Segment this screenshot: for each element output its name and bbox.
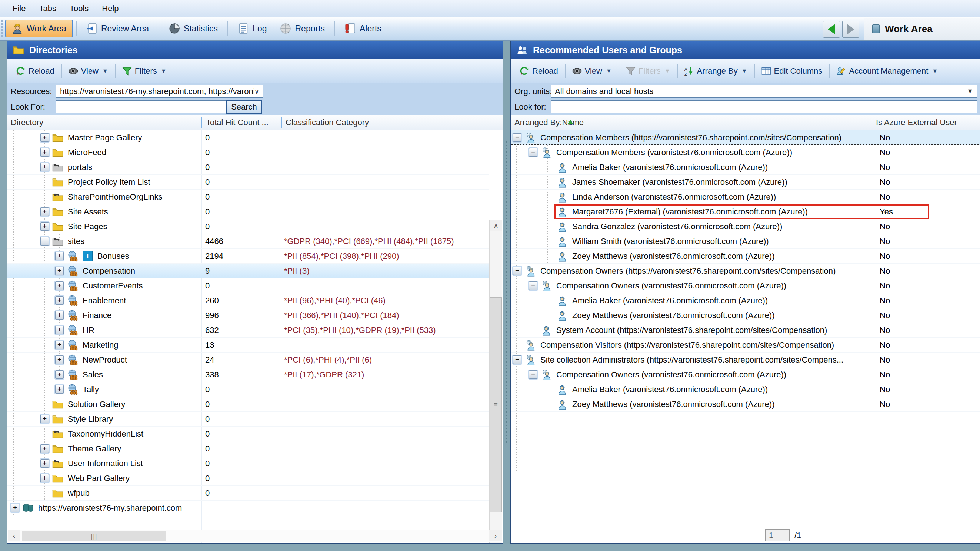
tree-row[interactable]: +Tally0 <box>7 382 489 397</box>
reload-button[interactable]: Reload <box>515 63 563 79</box>
expand-icon[interactable]: + <box>40 207 49 216</box>
user-group-row[interactable]: Margaret7676 (External) (varonistest76.o… <box>511 205 980 219</box>
expand-icon[interactable]: + <box>40 133 49 142</box>
expand-icon[interactable]: + <box>55 370 64 379</box>
panel-splitter[interactable] <box>503 41 511 544</box>
org-units-combobox[interactable]: All domains and local hosts ▼ <box>551 85 977 98</box>
tree-row[interactable]: +Web Part Gallery0 <box>7 471 489 486</box>
tab-work-area[interactable]: Work Area <box>5 20 73 37</box>
expand-icon[interactable]: + <box>40 474 49 483</box>
expand-icon[interactable]: + <box>40 148 49 157</box>
scroll-up-button[interactable]: ∧ <box>490 219 502 232</box>
look-for-input[interactable] <box>551 100 977 113</box>
expand-icon[interactable]: + <box>55 252 64 260</box>
tab-review-area[interactable]: Review Area <box>80 20 156 37</box>
horizontal-scroll-thumb[interactable]: ||| <box>22 530 166 541</box>
tree-row[interactable]: +Site Assets0 <box>7 205 489 219</box>
user-group-row[interactable]: Sandra Gonzalez (varonistest76.onmicroso… <box>511 219 980 234</box>
vertical-scroll-thumb[interactable]: ≡ <box>490 297 502 512</box>
tree-row[interactable]: +CustomerEvents0 <box>7 278 489 293</box>
expand-icon[interactable]: + <box>55 296 64 305</box>
scroll-right-button[interactable]: › <box>489 530 502 541</box>
menu-file[interactable]: File <box>7 2 32 16</box>
expand-icon[interactable]: + <box>40 459 49 468</box>
column-is-azure-external-user[interactable]: Is Azure External User <box>872 115 980 130</box>
tree-row[interactable]: +Style Library0 <box>7 412 489 427</box>
look-for-input[interactable] <box>56 100 226 113</box>
expand-icon[interactable]: + <box>55 311 64 319</box>
tree-row[interactable]: Project Policy Item List0 <box>7 175 489 190</box>
user-group-row[interactable]: Zoey Matthews (varonistest76.onmicrosoft… <box>511 308 980 323</box>
column-total-hit-count[interactable]: Total Hit Count ... <box>202 115 281 130</box>
account-management-button[interactable]: Account Management▼ <box>832 63 942 79</box>
tree-row[interactable]: +Theme Gallery0 <box>7 441 489 456</box>
user-group-row[interactable]: Linda Anderson (varonistest76.onmicrosof… <box>511 190 980 205</box>
expand-icon[interactable]: + <box>55 341 64 349</box>
collapse-icon[interactable]: − <box>513 267 522 275</box>
search-button[interactable]: Search <box>226 100 262 114</box>
expand-icon[interactable]: + <box>40 222 49 231</box>
tree-row[interactable]: TaxonomyHiddenList0 <box>7 427 489 441</box>
user-group-row[interactable]: Amelia Baker (varonistest76.onmicrosoft.… <box>511 293 980 308</box>
expand-icon[interactable]: + <box>55 326 64 334</box>
tree-row[interactable]: +TBonuses2194*PII (854),*PCI (398),*PHI … <box>7 249 489 264</box>
collapse-icon[interactable]: − <box>529 281 538 290</box>
expand-icon[interactable]: + <box>40 445 49 453</box>
edit-columns-button[interactable]: Edit Columns <box>757 63 827 79</box>
user-group-row[interactable]: Compensation Visitors (https://varoniste… <box>511 338 980 353</box>
page-number-input[interactable]: 1 <box>765 529 790 541</box>
expand-icon[interactable]: + <box>55 281 64 290</box>
reload-button[interactable]: Reload <box>11 63 59 79</box>
filters-button[interactable]: Filters▼ <box>118 63 171 79</box>
user-group-row[interactable]: −Compensation Members (varonistest76.onm… <box>511 145 980 160</box>
tree-row[interactable]: +Compensation9*PII (3) <box>7 264 489 278</box>
column-classification-category[interactable]: Classification Category <box>282 115 489 130</box>
tree-row[interactable]: +portals0 <box>7 160 489 175</box>
expand-icon[interactable]: + <box>55 356 64 364</box>
user-group-row[interactable]: −Compensation Owners (varonistest76.onmi… <box>511 367 980 382</box>
tree-row[interactable]: −sites4466*GDPR (340),*PCI (669),*PHI (4… <box>7 234 489 249</box>
collapse-icon[interactable]: − <box>529 148 538 157</box>
tree-row[interactable]: +Site Pages0 <box>7 219 489 234</box>
tab-statistics[interactable]: Statistics <box>162 20 224 37</box>
tree-row[interactable]: +HR632*PCI (35),*PHI (10),*GDPR (19),*PI… <box>7 323 489 338</box>
expand-icon[interactable]: + <box>40 415 49 423</box>
horizontal-scrollbar[interactable]: ‹ ||| › <box>8 530 502 542</box>
collapse-icon[interactable]: − <box>40 237 49 246</box>
tree-row[interactable]: wfpub0 <box>7 486 489 501</box>
user-group-row[interactable]: −Site collection Administrators (https:/… <box>511 353 980 367</box>
collapse-icon[interactable]: − <box>513 356 522 364</box>
expand-icon[interactable]: + <box>55 385 64 394</box>
user-group-row[interactable]: James Shoemaker (varonistest76.onmicroso… <box>511 175 980 190</box>
tree-row[interactable]: +Finance996*PII (366),*PHI (140),*PCI (1… <box>7 308 489 323</box>
tree-row[interactable]: +NewProduct24*PCI (6),*PHI (4),*PII (6) <box>7 353 489 367</box>
resources-combobox[interactable]: https://varonistest76-my.sharepoint.com,… <box>56 85 263 98</box>
expand-icon[interactable]: + <box>40 163 49 171</box>
menu-help[interactable]: Help <box>96 2 124 16</box>
tree-row[interactable]: +https://varonistest76-my.sharepoint.com <box>7 501 489 516</box>
menu-tools[interactable]: Tools <box>64 2 94 16</box>
back-button[interactable] <box>823 21 840 38</box>
tree-row[interactable]: +Sales338*PII (17),*GDPR (321) <box>7 367 489 382</box>
view-button[interactable]: View▼ <box>568 63 616 79</box>
user-group-row[interactable]: William Smith (varonistest76.onmicrosoft… <box>511 234 980 249</box>
collapse-icon[interactable]: − <box>513 133 522 142</box>
arrange-by-button[interactable]: Arrange By▼ <box>680 63 752 79</box>
collapse-icon[interactable]: − <box>529 370 538 379</box>
user-group-row[interactable]: −Compensation Owners (varonistest76.onmi… <box>511 278 980 293</box>
tree-row[interactable]: +User Information List0 <box>7 456 489 471</box>
tree-row[interactable]: +MicroFeed0 <box>7 145 489 160</box>
user-group-row[interactable]: Amelia Baker (varonistest76.onmicrosoft.… <box>511 382 980 397</box>
user-group-row[interactable]: System Account (https://varonistest76.sh… <box>511 323 980 338</box>
tree-row[interactable]: +Master Page Gallery0 <box>7 130 489 145</box>
tree-row[interactable]: +Marketing13 <box>7 338 489 353</box>
tab-log[interactable]: Log <box>231 20 273 37</box>
expand-icon[interactable]: + <box>55 267 64 275</box>
tree-row[interactable]: SharePointHomeOrgLinks0 <box>7 190 489 205</box>
scroll-left-button[interactable]: ‹ <box>8 530 21 541</box>
forward-button[interactable] <box>842 21 859 38</box>
user-group-row[interactable]: Zoey Matthews (varonistest76.onmicrosoft… <box>511 249 980 264</box>
user-group-row[interactable]: −Compensation Owners (https://varonistes… <box>511 264 980 278</box>
tree-row[interactable]: Solution Gallery0 <box>7 397 489 412</box>
tree-row[interactable]: +Enablement260*PII (96),*PHI (40),*PCI (… <box>7 293 489 308</box>
